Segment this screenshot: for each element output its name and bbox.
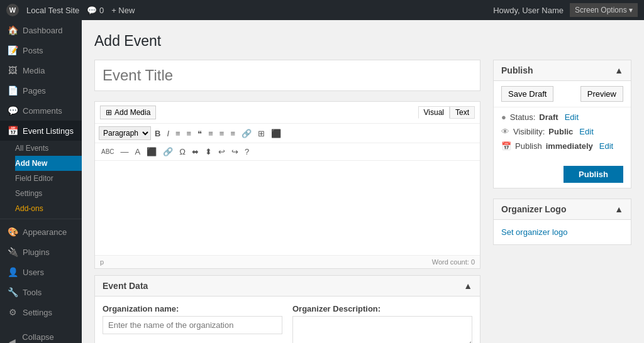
event-data-title: Event Data <box>103 281 148 291</box>
paragraph-select[interactable]: Paragraph <box>99 126 151 140</box>
paste-text-button[interactable]: ⬛ <box>144 146 159 158</box>
editor-content-area[interactable] <box>95 161 480 255</box>
horizontal-rule-button[interactable]: — <box>118 146 131 158</box>
sidebar-item-appearance[interactable]: 🎨 Appearance <box>0 222 82 242</box>
sidebar-sub-settings[interactable]: Settings <box>15 186 82 201</box>
plugins-icon: 🔌 <box>8 247 18 257</box>
sidebar-item-settings[interactable]: ⚙ Settings <box>0 302 82 322</box>
text-color-button[interactable]: A <box>133 146 143 158</box>
help-button[interactable]: ? <box>242 146 252 158</box>
publish-btn-row: Publish <box>494 161 631 188</box>
add-media-button[interactable]: ⊞ Add Media <box>100 106 156 119</box>
align-right-button[interactable]: ≡ <box>228 128 238 139</box>
ordered-list-button[interactable]: ≡ <box>184 128 194 139</box>
sidebar-item-pages[interactable]: 📄 Pages <box>0 80 82 101</box>
blockquote-button[interactable]: ❝ <box>195 128 204 139</box>
sidebar-sub-field-editor[interactable]: Field Editor <box>15 171 82 186</box>
italic-button[interactable]: I <box>164 128 172 139</box>
sidebar-item-media[interactable]: 🖼 Media <box>0 60 82 80</box>
preview-button[interactable]: Preview <box>580 86 623 102</box>
site-name[interactable]: Local Test Site <box>26 6 79 15</box>
sidebar-item-posts[interactable]: 📝 Posts <box>0 40 82 60</box>
event-title-input[interactable] <box>94 60 480 91</box>
organizer-collapse-icon: ▲ <box>614 204 623 214</box>
more-toolbar-button[interactable]: ⬛ <box>269 128 284 139</box>
wp-layout: 🏠 Dashboard 📝 Posts 🖼 Media 📄 Pages 💬 <box>0 20 644 343</box>
organizer-body: Set organizer logo <box>494 220 631 244</box>
unordered-list-button[interactable]: ≡ <box>173 128 183 139</box>
publish-status-row: ● Status: Draft Edit <box>501 112 623 122</box>
comments-count[interactable]: 💬 0 <box>87 6 104 15</box>
organizer-header[interactable]: Organizer Logo ▲ <box>494 199 631 220</box>
new-item-button[interactable]: + New <box>111 6 135 15</box>
outdent-button[interactable]: ⬍ <box>203 146 214 158</box>
insert-link-button[interactable]: 🔗 <box>160 146 175 158</box>
add-media-label: Add Media <box>114 108 150 117</box>
editor-box: ⊞ Add Media Visual Text Paragraph <box>94 101 480 269</box>
wp-icon[interactable]: W <box>6 4 19 16</box>
event-data-body: Organization name: Organizer Description… <box>95 297 480 343</box>
sidebar-label-appearance: Appearance <box>23 227 67 237</box>
sidebar-sub-label-add-new: Add New <box>15 159 47 168</box>
link-button[interactable]: 🔗 <box>239 128 254 139</box>
dashboard-icon: 🏠 <box>8 25 18 35</box>
status-label: Status: <box>510 112 535 122</box>
editor-footer: p Word count: 0 <box>95 255 480 268</box>
sidebar-sub-label-all-events: All Events <box>15 144 48 153</box>
editor-toolbar-row1: Paragraph B I ≡ ≡ ❝ ≡ ≡ ≡ 🔗 ⊞ <box>95 124 480 143</box>
event-data-header[interactable]: Event Data ▲ <box>95 276 480 297</box>
visual-tab[interactable]: Visual <box>418 106 450 119</box>
sidebar-label-tools: Tools <box>23 288 42 297</box>
org-desc-input[interactable] <box>292 316 472 343</box>
redo-button[interactable]: ↪ <box>229 146 241 158</box>
wrap: Add Event ⊞ Add Media <box>94 33 631 343</box>
sidebar-item-users[interactable]: 👤 Users <box>0 262 82 282</box>
visibility-label: Visibility: <box>513 127 545 136</box>
sidebar-sub-add-ons[interactable]: Add-ons <box>15 201 82 216</box>
publish-actions: Save Draft Preview <box>494 81 631 107</box>
table-button[interactable]: ⊞ <box>255 128 267 139</box>
organizer-box: Organizer Logo ▲ Set organizer logo <box>493 199 631 245</box>
sidebar-item-event-listings[interactable]: 📅 Event Listings <box>0 121 82 141</box>
publish-visibility-row: 👁 Visibility: Public Edit <box>501 127 623 136</box>
sidebar-label-pages: Pages <box>23 86 46 95</box>
set-organizer-logo-link[interactable]: Set organizer logo <box>501 227 568 237</box>
sidebar-nav: 🏠 Dashboard 📝 Posts 🖼 Media 📄 Pages 💬 <box>0 20 82 343</box>
comments-icon: 💬 <box>8 106 18 116</box>
publish-collapse-icon: ▲ <box>614 65 623 75</box>
strikethrough-button[interactable]: ABC <box>99 147 117 156</box>
special-char-button[interactable]: Ω <box>177 146 188 158</box>
add-media-icon: ⊞ <box>106 108 112 117</box>
save-draft-button[interactable]: Save Draft <box>501 86 553 102</box>
sidebar-sub-add-new[interactable]: Add New <box>15 156 82 171</box>
collapse-menu-button[interactable]: ◀ Collapse menu <box>0 327 82 343</box>
bold-button[interactable]: B <box>152 128 163 139</box>
sidebar-label-settings: Settings <box>23 308 52 317</box>
publish-button[interactable]: Publish <box>564 166 623 183</box>
publish-header[interactable]: Publish ▲ <box>494 60 631 81</box>
sidebar-sub-all-events[interactable]: All Events <box>15 141 82 156</box>
sidebar-sub-events: All Events Add New Field Editor Settings… <box>0 141 82 216</box>
sidebar-item-comments[interactable]: 💬 Comments <box>0 101 82 121</box>
undo-button[interactable]: ↩ <box>216 146 228 158</box>
status-edit-link[interactable]: Edit <box>565 112 579 122</box>
screen-options-button[interactable]: Screen Options ▾ <box>570 3 638 17</box>
indent-button[interactable]: ⬌ <box>189 146 201 158</box>
sidebar-item-dashboard[interactable]: 🏠 Dashboard <box>0 20 82 40</box>
publish-time-edit-link[interactable]: Edit <box>599 141 613 151</box>
main-content: Add Event ⊞ Add Media <box>82 20 644 343</box>
align-left-button[interactable]: ≡ <box>206 128 216 139</box>
sidebar-item-tools[interactable]: 🔧 Tools <box>0 282 82 302</box>
status-icon: ● <box>501 112 506 122</box>
sidebar-sub-label-field-editor: Field Editor <box>15 174 53 183</box>
event-data-box: Event Data ▲ Organization name: Organiz <box>94 275 480 343</box>
collapse-icon: ◀ <box>8 337 17 343</box>
text-tab[interactable]: Text <box>450 106 475 119</box>
org-desc-label: Organizer Description: <box>292 304 472 313</box>
org-name-input[interactable] <box>103 316 282 334</box>
content-area: ⊞ Add Media Visual Text Paragraph <box>94 60 631 343</box>
status-value: Draft <box>539 112 558 122</box>
visibility-edit-link[interactable]: Edit <box>579 127 593 136</box>
sidebar-item-plugins[interactable]: 🔌 Plugins <box>0 242 82 262</box>
align-center-button[interactable]: ≡ <box>217 128 227 139</box>
